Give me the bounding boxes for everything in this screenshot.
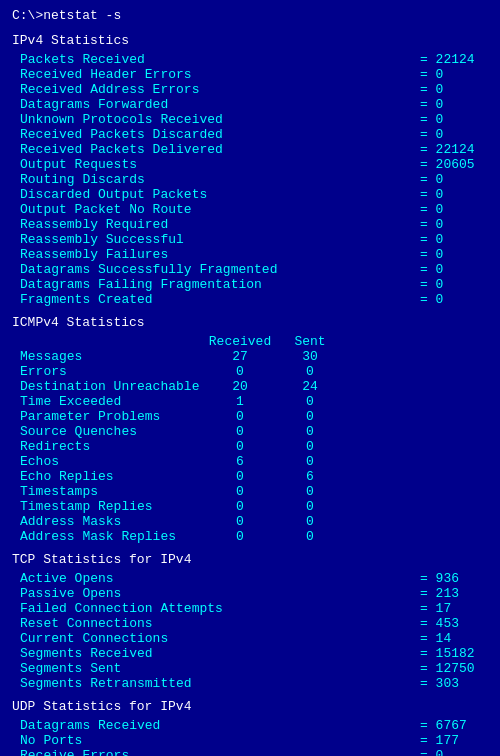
table-row: Datagrams Received= 6767 [12,718,488,733]
cmd-line: C:\>netstat -s [12,8,488,23]
stat-label: Segments Sent [20,661,420,676]
icmp-row-received: 0 [200,424,280,439]
icmp-row-received: 0 [200,499,280,514]
stat-label: Passive Opens [20,586,420,601]
table-row: Datagrams Failing Fragmentation= 0 [12,277,488,292]
stat-label: Received Header Errors [20,67,420,82]
icmp-row-sent: 0 [280,439,340,454]
icmp-row-received: 6 [200,454,280,469]
stat-value: = 0 [420,277,480,292]
stat-label: Fragments Created [20,292,420,307]
icmp-row-sent: 0 [280,484,340,499]
table-row: Received Packets Discarded= 0 [12,127,488,142]
table-row: Reassembly Required= 0 [12,217,488,232]
stat-label: Reset Connections [20,616,420,631]
tcp-header: TCP Statistics for IPv4 [12,552,488,567]
udp-stats-container: Datagrams Received= 6767No Ports= 177Rec… [12,718,488,756]
stat-value: = 0 [420,127,480,142]
icmp-row: Destination Unreachable 20 24 [20,379,488,394]
stat-value: = 0 [420,112,480,127]
stat-value: = 0 [420,67,480,82]
icmp-row-sent: 0 [280,364,340,379]
icmp-column-headers: Received Sent [20,334,488,349]
stat-label: Datagrams Successfully Fragmented [20,262,420,277]
stat-value: = 6767 [420,718,480,733]
stat-label: Output Packet No Route [20,202,420,217]
icmpv4-header: ICMPv4 Statistics [12,315,488,330]
stat-label: No Ports [20,733,420,748]
icmp-row-label: Timestamp Replies [20,499,200,514]
stat-value: = 0 [420,217,480,232]
stat-value: = 0 [420,748,480,756]
icmp-row-label: Timestamps [20,484,200,499]
table-row: Active Opens= 936 [12,571,488,586]
icmp-row: Timestamp Replies 0 0 [20,499,488,514]
icmp-row-label: Echos [20,454,200,469]
table-row: Received Header Errors= 0 [12,67,488,82]
icmp-row: Echos 6 0 [20,454,488,469]
icmp-row-received: 27 [200,349,280,364]
icmp-row-sent: 30 [280,349,340,364]
icmp-row: Address Masks 0 0 [20,514,488,529]
table-row: Receive Errors= 0 [12,748,488,756]
table-row: Routing Discards= 0 [12,172,488,187]
icmp-row: Time Exceeded 1 0 [20,394,488,409]
stat-value: = 0 [420,202,480,217]
icmp-row-label: Messages [20,349,200,364]
table-row: Segments Received= 15182 [12,646,488,661]
stat-value: = 213 [420,586,480,601]
icmp-sent-col-header: Sent [280,334,340,349]
icmp-row-received: 0 [200,514,280,529]
icmp-received-col-header: Received [200,334,280,349]
table-row: Datagrams Forwarded= 0 [12,97,488,112]
stat-label: Received Packets Delivered [20,142,420,157]
stat-label: Datagrams Failing Fragmentation [20,277,420,292]
icmp-row: Source Quenches 0 0 [20,424,488,439]
stat-value: = 22124 [420,142,480,157]
stat-label: Active Opens [20,571,420,586]
stat-label: Discarded Output Packets [20,187,420,202]
stat-value: = 20605 [420,157,480,172]
table-row: Received Packets Delivered= 22124 [12,142,488,157]
stat-label: Output Requests [20,157,420,172]
stat-label: Current Connections [20,631,420,646]
stat-value: = 0 [420,187,480,202]
stat-value: = 0 [420,247,480,262]
icmp-row-label: Echo Replies [20,469,200,484]
icmp-row-label: Errors [20,364,200,379]
stat-value: = 0 [420,232,480,247]
stat-value: = 17 [420,601,480,616]
stat-value: = 303 [420,676,480,691]
stat-value: = 0 [420,292,480,307]
icmp-row-received: 0 [200,409,280,424]
icmp-row: Redirects 0 0 [20,439,488,454]
stat-label: Routing Discards [20,172,420,187]
table-row: Passive Opens= 213 [12,586,488,601]
icmp-row-label: Source Quenches [20,424,200,439]
stat-label: Received Address Errors [20,82,420,97]
stat-value: = 0 [420,82,480,97]
table-row: Segments Retransmitted= 303 [12,676,488,691]
icmp-row-label: Time Exceeded [20,394,200,409]
ipv4-stats-container: Packets Received= 22124Received Header E… [12,52,488,307]
table-row: Failed Connection Attempts= 17 [12,601,488,616]
stat-label: Reassembly Required [20,217,420,232]
stat-label: Reassembly Failures [20,247,420,262]
stat-value: = 936 [420,571,480,586]
table-row: Unknown Protocols Received= 0 [12,112,488,127]
icmp-row-sent: 6 [280,469,340,484]
icmp-row-sent: 0 [280,409,340,424]
stat-value: = 453 [420,616,480,631]
stat-label: Datagrams Received [20,718,420,733]
table-row: Discarded Output Packets= 0 [12,187,488,202]
table-row: No Ports= 177 [12,733,488,748]
icmp-row: Address Mask Replies 0 0 [20,529,488,544]
icmp-row: Messages 27 30 [20,349,488,364]
table-row: Datagrams Successfully Fragmented= 0 [12,262,488,277]
table-row: Reassembly Failures= 0 [12,247,488,262]
icmp-row-sent: 0 [280,394,340,409]
stat-label: Unknown Protocols Received [20,112,420,127]
icmp-row-received: 0 [200,439,280,454]
icmp-row-label: Address Mask Replies [20,529,200,544]
table-row: Output Packet No Route= 0 [12,202,488,217]
